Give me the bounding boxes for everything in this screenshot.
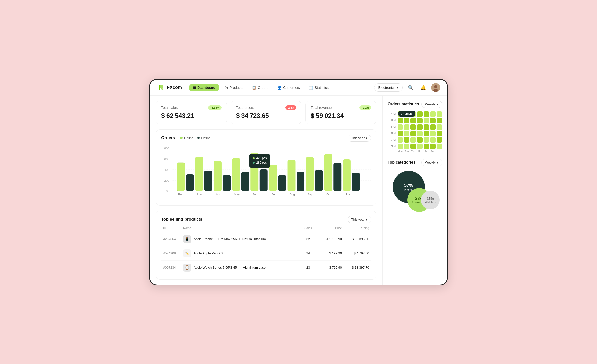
heatmap-cell[interactable] (437, 144, 442, 149)
product-thumb-2: ✏️ (183, 249, 191, 257)
svg-text:600: 600 (164, 157, 169, 160)
heatmap-cell[interactable] (424, 137, 429, 143)
col-id: ID (163, 227, 183, 230)
stat-card-sales: Total sales +12,5% $ 62 543.21 (156, 101, 227, 124)
heatmap-cell[interactable] (430, 144, 436, 149)
heatmap-cell[interactable] (430, 111, 436, 117)
stat-title-revenue: Total revenue (311, 106, 332, 110)
heatmap-cell[interactable] (404, 124, 409, 130)
stat-value-sales: $ 62 543.21 (161, 112, 222, 120)
heatmap-cell[interactable]: 97 orders (404, 118, 409, 123)
dashboard-icon: ⊞ (193, 86, 196, 90)
heatmap-cell[interactable] (417, 137, 422, 143)
svg-point-1 (434, 85, 437, 88)
svg-text:Mar: Mar (197, 193, 202, 196)
categories-period-button[interactable]: Weekly ▾ (421, 159, 442, 166)
heatmap-cell[interactable] (424, 144, 429, 149)
categories-chart: 57% Phones 28% Accessories 15% Watches (388, 170, 442, 212)
heatmap-cell[interactable] (430, 118, 436, 123)
nav-products[interactable]: 🛍 Products (220, 84, 247, 91)
heatmap-time-label: 2PM (388, 111, 397, 117)
svg-rect-36 (343, 159, 351, 191)
chevron-down-icon: ▾ (366, 218, 367, 221)
chevron-down-icon: ▾ (437, 161, 438, 164)
table-column-headers: ID Name Sales Price Earning (161, 227, 371, 232)
left-panel: Total sales +12,5% $ 62 543.21 Total ord… (150, 96, 382, 285)
svg-text:Aug: Aug (289, 193, 295, 196)
heatmap-cell[interactable] (404, 144, 409, 149)
heatmap-cell[interactable] (417, 124, 422, 130)
top-categories-section: Top categories Weekly ▾ 57% Phones 28% (388, 159, 442, 212)
table-period-button[interactable]: This year ▾ (348, 216, 371, 223)
bell-icon: 🔔 (420, 85, 426, 90)
orders-stats-period-button[interactable]: Weekly ▾ (421, 101, 442, 108)
stat-value-orders: $ 34 723.65 (236, 112, 297, 120)
bubble-watches: 15% Watches (421, 191, 440, 209)
row-sales-1: 32 (299, 237, 317, 241)
statistics-icon: 📊 (309, 86, 313, 90)
svg-text:Sep: Sep (308, 193, 313, 196)
chart-period-button[interactable]: This year ▾ (348, 135, 371, 142)
heatmap-cell[interactable] (398, 144, 403, 149)
online-dot (180, 137, 183, 139)
svg-rect-33 (315, 170, 323, 191)
orders-icon: 📋 (252, 86, 256, 90)
logo: FXcom (157, 84, 182, 91)
app-container: FXcom ⊞ Dashboard 🛍 Products 📋 Orders 👤 … (149, 79, 448, 285)
notification-button[interactable]: 🔔 (419, 83, 428, 92)
heatmap-cell[interactable] (410, 124, 416, 130)
table-row: #237864 📱 Apple IPhone 15 Pro Max 256GB … (161, 232, 371, 246)
heatmap-cell[interactable] (424, 111, 429, 117)
avatar[interactable] (431, 83, 440, 92)
heatmap-cell[interactable] (437, 131, 442, 136)
heatmap-cell[interactable] (430, 137, 436, 143)
svg-rect-26 (250, 153, 258, 191)
heatmap-cell[interactable] (398, 131, 403, 136)
filter-dropdown[interactable]: Electronics ▾ (374, 83, 403, 92)
nav-orders[interactable]: 📋 Orders (248, 84, 272, 91)
heatmap-cell[interactable] (437, 137, 442, 143)
legend-online: Online (180, 136, 194, 140)
heatmap-cell[interactable] (410, 144, 416, 149)
nav-statistics[interactable]: 📊 Statistics (305, 84, 333, 91)
heatmap-cell[interactable] (417, 144, 422, 149)
heatmap-cell[interactable] (410, 131, 416, 136)
svg-text:Nov: Nov (345, 193, 350, 196)
nav-customers[interactable]: 👤 Customers (273, 84, 304, 91)
main-nav: ⊞ Dashboard 🛍 Products 📋 Orders 👤 Custom… (189, 84, 372, 91)
heatmap-cell[interactable] (417, 131, 422, 136)
heatmap-cell[interactable] (398, 137, 403, 143)
svg-rect-34 (324, 154, 332, 191)
svg-rect-31 (297, 172, 304, 191)
svg-text:Jul: Jul (272, 193, 276, 196)
search-button[interactable]: 🔍 (406, 83, 415, 92)
heatmap-cell[interactable] (430, 124, 436, 130)
heatmap-cell[interactable] (437, 111, 442, 117)
heatmap-cell[interactable] (404, 137, 409, 143)
svg-rect-19 (186, 174, 194, 191)
svg-rect-25 (241, 172, 249, 191)
heatmap-cell[interactable] (430, 131, 436, 136)
products-icon: 🛍 (224, 86, 228, 90)
heatmap-cell[interactable] (437, 124, 442, 130)
heatmap-cell[interactable] (417, 118, 422, 123)
heatmap-cell[interactable] (417, 111, 422, 117)
heatmap-cell[interactable] (410, 118, 416, 123)
heatmap-cell[interactable] (424, 131, 429, 136)
svg-rect-17 (177, 163, 185, 191)
row-sales-3: 23 (299, 266, 317, 269)
heatmap-cell[interactable] (398, 111, 403, 117)
heatmap-cell[interactable] (404, 131, 409, 136)
logo-icon (157, 84, 165, 91)
heatmap-cell[interactable] (398, 118, 403, 123)
stat-badge-sales: +12,5% (208, 105, 222, 110)
heatmap-cell[interactable] (437, 118, 442, 123)
heatmap-cell[interactable] (404, 111, 409, 117)
heatmap-cell[interactable] (424, 118, 429, 123)
heatmap-cell[interactable] (424, 124, 429, 130)
heatmap-cell[interactable] (410, 111, 416, 117)
heatmap-cell[interactable] (410, 137, 416, 143)
nav-dashboard[interactable]: ⊞ Dashboard (189, 84, 219, 91)
heatmap-cell[interactable] (398, 124, 403, 130)
main-content: Total sales +12,5% $ 62 543.21 Total ord… (150, 96, 447, 285)
